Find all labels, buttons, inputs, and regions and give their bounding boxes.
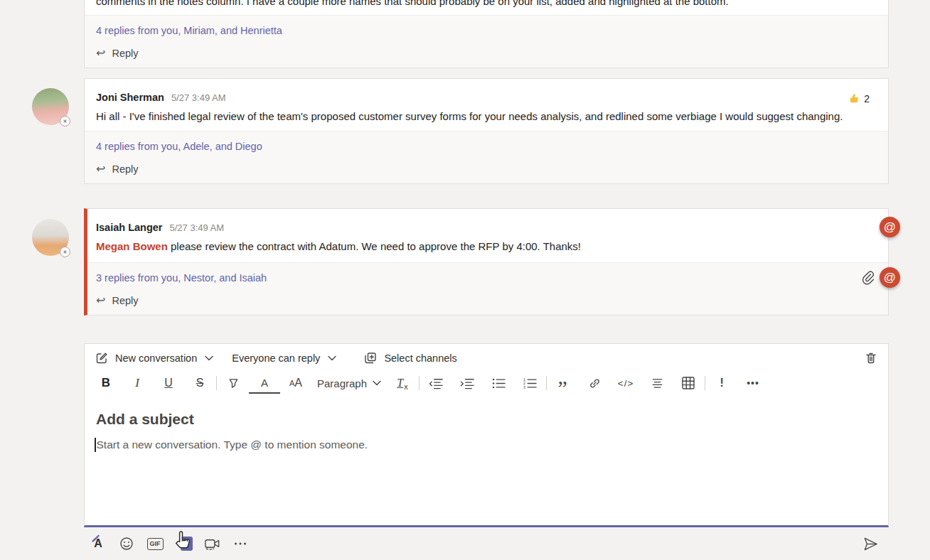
video-clip-button[interactable] xyxy=(198,531,226,556)
message-text: Megan Bowen please review the contract w… xyxy=(96,239,877,254)
horizontal-rule-button[interactable] xyxy=(641,372,673,394)
replies-link[interactable]: 4 replies from you, Miriam, and Henriett… xyxy=(96,24,877,37)
reply-label: Reply xyxy=(112,295,138,306)
highlight-button[interactable] xyxy=(218,372,249,394)
decrease-indent-button[interactable] xyxy=(420,372,451,394)
numbered-list-button[interactable]: 1 2 3 xyxy=(514,372,545,394)
bulleted-list-icon xyxy=(492,377,506,389)
clear-format-sub-glyph: x xyxy=(404,382,408,394)
clear-format-glyph: T xyxy=(397,377,403,389)
mouse-cursor-pointer xyxy=(173,529,194,557)
horizontal-rule-icon xyxy=(651,377,664,389)
font-size-small-glyph: A xyxy=(289,379,294,387)
channels-icon xyxy=(363,351,378,365)
compose-action-bar: A GIF xyxy=(84,530,889,557)
reply-label: Reply xyxy=(112,48,138,59)
video-camera-icon xyxy=(203,537,221,551)
compose-header: New conversation Everyone can reply Sele… xyxy=(85,344,888,367)
reply-permission-label: Everyone can reply xyxy=(232,352,320,364)
reply-arrow-icon: ↩ xyxy=(96,296,105,306)
format-pen-icon xyxy=(90,534,100,544)
emoji-icon xyxy=(119,537,134,551)
avatar-isaiah-langer[interactable] xyxy=(32,219,69,256)
toolbar-divider xyxy=(546,376,547,390)
replies-link[interactable]: 4 replies from you, Adele, and Diego xyxy=(96,140,877,153)
paragraph-label: Paragraph xyxy=(317,377,367,389)
italic-button[interactable]: I xyxy=(122,372,153,394)
presence-offline-icon xyxy=(60,247,70,257)
message-card: Joni Sherman 5/27 3:49 AM Hi all - I've … xyxy=(84,78,889,184)
text-caret xyxy=(95,438,96,452)
message-card: comments in the notes column. I have a c… xyxy=(84,0,889,68)
table-icon xyxy=(682,377,695,389)
gif-icon: GIF xyxy=(147,538,164,550)
reply-arrow-icon: ↩ xyxy=(96,48,105,58)
link-icon xyxy=(588,377,602,390)
message-text-rest: please review the contract with Adatum. … xyxy=(168,240,581,252)
select-channels-label: Select channels xyxy=(384,352,456,364)
avatar-joni-sherman[interactable] xyxy=(32,88,69,125)
font-color-button[interactable]: A xyxy=(249,372,280,394)
gif-button[interactable]: GIF xyxy=(141,531,169,556)
compose-box[interactable]: New conversation Everyone can reply Sele… xyxy=(84,343,889,527)
replies-section: 4 replies from you, Miriam, and Henriett… xyxy=(85,15,888,68)
reply-button[interactable]: ↩ Reply xyxy=(96,48,138,59)
message-body: comments in the notes column. I have a c… xyxy=(85,0,888,15)
blockquote-button[interactable]: ” xyxy=(547,372,579,394)
indent-icon xyxy=(460,377,475,389)
bold-button[interactable]: B xyxy=(90,372,122,394)
author-name[interactable]: Isaiah Langer xyxy=(96,220,162,235)
toolbar-divider xyxy=(419,376,419,390)
message-body: Isaiah Langer 5/27 3:49 AM Megan Bowen p… xyxy=(87,209,888,262)
replies-link[interactable]: 3 replies from you, Nestor, and Isaiah xyxy=(96,271,877,284)
reply-permission-dropdown[interactable]: Everyone can reply xyxy=(232,352,336,364)
author-name[interactable]: Joni Sherman xyxy=(96,90,164,104)
mark-important-button[interactable]: ! xyxy=(706,372,737,394)
highlighter-icon xyxy=(227,377,240,390)
clear-formatting-button[interactable]: Tx xyxy=(387,372,418,394)
strikethrough-button[interactable]: S xyxy=(184,372,215,394)
discard-draft-button[interactable] xyxy=(864,351,878,365)
code-snippet-button[interactable]: </> xyxy=(610,372,641,394)
chevron-down-icon xyxy=(328,355,336,361)
thumbs-up-reaction[interactable]: 2 xyxy=(847,92,870,105)
toolbar-divider xyxy=(705,376,705,390)
reply-label: Reply xyxy=(112,163,138,175)
numbered-list-icon: 1 2 3 xyxy=(523,377,537,389)
message-text: comments in the notes column. I have a c… xyxy=(96,0,877,9)
mention-link[interactable]: Megan Bowen xyxy=(96,240,168,252)
thumbs-up-icon xyxy=(847,92,860,105)
svg-text:3: 3 xyxy=(523,384,525,389)
mention-badge-icon: @ xyxy=(880,267,900,288)
message-card-mention: Isaiah Langer 5/27 3:49 AM Megan Bowen p… xyxy=(84,208,889,316)
format-button[interactable]: A xyxy=(84,531,112,556)
message-input[interactable]: Start a new conversation. Type @ to ment… xyxy=(95,438,877,452)
insert-link-button[interactable] xyxy=(579,372,610,394)
chevron-down-icon xyxy=(373,380,381,386)
reply-button[interactable]: ↩ Reply xyxy=(96,163,138,175)
emoji-button[interactable] xyxy=(112,531,141,556)
message-timestamp: 5/27 3:49 AM xyxy=(169,222,224,233)
increase-indent-button[interactable] xyxy=(451,372,483,394)
subject-input[interactable]: Add a subject xyxy=(96,411,877,428)
compose-icon xyxy=(95,351,109,365)
more-actions-button[interactable] xyxy=(226,531,255,556)
font-size-button[interactable]: AA xyxy=(280,372,311,394)
new-conversation-label: New conversation xyxy=(115,352,197,364)
message-timestamp: 5/27 3:49 AM xyxy=(171,92,226,103)
message-input-placeholder: Start a new conversation. Type @ to ment… xyxy=(97,438,368,451)
attachment-icon xyxy=(859,269,876,286)
trash-icon xyxy=(864,351,878,365)
insert-table-button[interactable] xyxy=(673,372,704,394)
bulleted-list-button[interactable] xyxy=(483,372,514,394)
more-formatting-options-button[interactable]: ••• xyxy=(737,372,769,394)
replies-section: 3 replies from you, Nestor, and Isaiah ↩… xyxy=(87,262,888,315)
paragraph-style-dropdown[interactable]: Paragraph xyxy=(311,372,387,394)
toolbar-divider xyxy=(216,376,217,390)
reply-button[interactable]: ↩ Reply xyxy=(96,295,138,306)
select-channels-button[interactable]: Select channels xyxy=(363,351,456,365)
underline-button[interactable]: U xyxy=(153,372,184,394)
new-conversation-dropdown[interactable]: New conversation xyxy=(95,351,213,365)
send-plane-icon xyxy=(862,536,879,552)
send-button[interactable] xyxy=(855,530,886,557)
